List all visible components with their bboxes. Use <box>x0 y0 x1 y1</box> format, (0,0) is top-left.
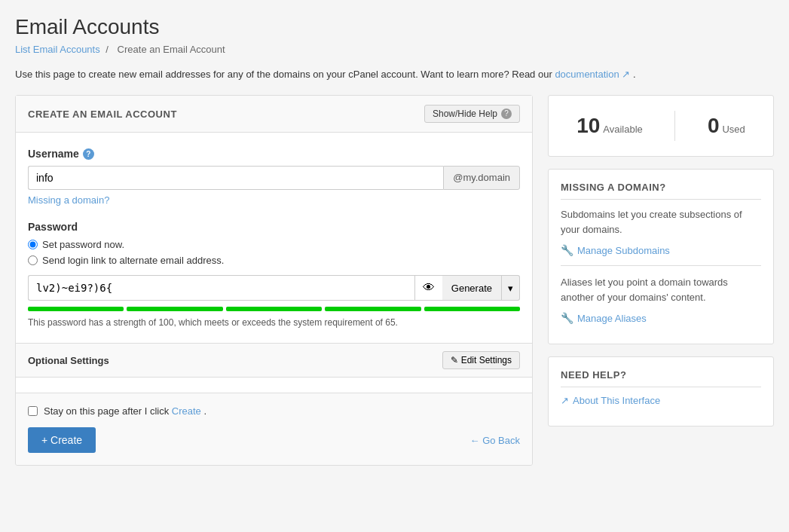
main-layout: CREATE AN EMAIL ACCOUNT Show/Hide Help ?… <box>15 95 774 466</box>
edit-settings-button[interactable]: ✎ Edit Settings <box>442 351 520 369</box>
password-field-group: Password Set password now. Send login li… <box>28 221 520 328</box>
set-password-now-option[interactable]: Set password now. <box>28 239 520 250</box>
wrench-icon-aliases: 🔧 <box>561 312 573 324</box>
action-row: + Create ← Go Back <box>28 427 520 453</box>
username-label: Username ? <box>28 148 520 160</box>
stay-on-page-row: Stay on this page after I click Create . <box>28 405 520 417</box>
breadcrumb: List Email Accounts / Create an Email Ac… <box>15 44 774 55</box>
optional-settings-section: Optional Settings ✎ Edit Settings <box>16 343 532 378</box>
manage-aliases-link[interactable]: 🔧 Manage Aliases <box>561 312 761 324</box>
need-help-section: NEED HELP? ↗ About This Interface <box>548 356 774 427</box>
intro-text: Use this page to create new email addres… <box>15 69 774 80</box>
strength-bar-1 <box>28 307 124 311</box>
documentation-link[interactable]: documentation ↗ <box>555 69 633 80</box>
set-password-radio[interactable] <box>28 240 38 249</box>
username-input-row: @my.domain <box>28 166 520 190</box>
subdomains-text: Subdomains let you create subsections of… <box>561 207 761 237</box>
stats-box: 10 Available 0 Used <box>548 95 774 157</box>
missing-domain-link[interactable]: Missing a domain? <box>28 194 109 206</box>
page-title: Email Accounts <box>15 15 774 39</box>
chevron-down-icon: ▾ <box>508 283 513 294</box>
go-back-link[interactable]: ← Go Back <box>470 435 520 446</box>
domain-badge: @my.domain <box>443 166 520 190</box>
available-label: Available <box>603 124 643 135</box>
toggle-password-visibility-button[interactable]: 👁 <box>414 275 442 301</box>
stay-on-page-checkbox[interactable] <box>28 406 38 416</box>
send-link-radio[interactable] <box>28 255 38 265</box>
breadcrumb-current: Create an Email Account <box>118 44 225 55</box>
missing-domain-section: MISSING A DOMAIN? Subdomains let you cre… <box>548 169 774 344</box>
password-input-row: 👁 Generate ▾ <box>28 275 520 301</box>
wrench-icon-subdomains: 🔧 <box>561 244 573 256</box>
optional-settings-spacer <box>28 378 520 393</box>
need-help-title: NEED HELP? <box>561 369 761 387</box>
optional-settings-title: Optional Settings <box>28 355 109 366</box>
question-circle-icon: ? <box>501 109 512 119</box>
eye-icon: 👁 <box>423 281 435 295</box>
username-field-group: Username ? @my.domain Missing a domain? <box>28 148 520 206</box>
username-input[interactable] <box>28 166 443 190</box>
send-login-link-option[interactable]: Send login link to alternate email addre… <box>28 255 520 266</box>
used-label: Used <box>722 124 745 135</box>
generate-password-button[interactable]: Generate <box>442 275 502 301</box>
edit-icon: ✎ <box>451 355 458 365</box>
password-strength-bars <box>28 307 520 311</box>
used-stat: 0 Used <box>708 114 745 138</box>
aliases-text: Aliases let you point a domain towards a… <box>561 275 761 304</box>
separator-line <box>561 265 761 266</box>
external-link-icon: ↗ <box>561 395 569 406</box>
show-hide-help-button[interactable]: Show/Hide Help ? <box>424 105 520 123</box>
form-panel: CREATE AN EMAIL ACCOUNT Show/Hide Help ?… <box>15 95 533 466</box>
manage-subdomains-link[interactable]: 🔧 Manage Subdomains <box>561 244 761 256</box>
username-help-icon[interactable]: ? <box>83 148 94 160</box>
available-number: 10 <box>576 114 600 137</box>
create-button[interactable]: + Create <box>28 427 96 453</box>
form-footer: Stay on this page after I click Create .… <box>16 393 532 465</box>
stay-on-page-text: Stay on this page after I click Create . <box>44 405 206 417</box>
breadcrumb-separator: / <box>106 44 109 55</box>
strength-bar-3 <box>226 307 322 311</box>
strength-text: This password has a strength of 100, whi… <box>28 317 520 328</box>
password-input[interactable] <box>28 275 414 301</box>
create-link-in-text[interactable]: Create <box>172 405 201 417</box>
generate-btn-group: Generate ▾ <box>442 275 520 301</box>
form-panel-header: CREATE AN EMAIL ACCOUNT Show/Hide Help ? <box>16 96 532 133</box>
generate-dropdown-button[interactable]: ▾ <box>502 275 520 301</box>
password-label: Password <box>28 221 520 233</box>
about-interface-link[interactable]: ↗ About This Interface <box>561 395 761 406</box>
form-body: Username ? @my.domain Missing a domain? … <box>16 133 532 465</box>
form-panel-title: CREATE AN EMAIL ACCOUNT <box>28 109 177 120</box>
sidebar: 10 Available 0 Used MISSING A DOMAIN? Su… <box>548 95 774 439</box>
strength-bar-4 <box>325 307 420 311</box>
breadcrumb-list-link[interactable]: List Email Accounts <box>15 44 100 55</box>
available-stat: 10 Available <box>576 114 643 138</box>
missing-domain-title: MISSING A DOMAIN? <box>561 182 761 200</box>
used-number: 0 <box>708 114 720 137</box>
password-options: Set password now. Send login link to alt… <box>28 239 520 266</box>
strength-bar-2 <box>127 307 222 311</box>
strength-bar-5 <box>424 307 520 311</box>
stat-divider <box>674 111 675 141</box>
